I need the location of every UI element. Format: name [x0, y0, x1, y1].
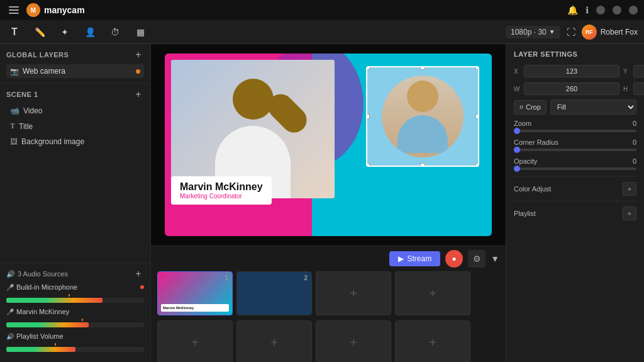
handle-right-middle[interactable] [475, 114, 479, 119]
handle-top-right[interactable] [475, 66, 479, 70]
scene-header: Scene 1 + [6, 89, 144, 100]
scenes-grid-row1: Marvin McKinney 1 2 + + [151, 271, 506, 320]
info-icon[interactable]: ℹ [586, 5, 589, 15]
resolution-button[interactable]: 1080p · 30 ▼ [506, 26, 560, 38]
audio-sources-section: 🔊 3 Audio Sources + 🎤 Build-in Microphon… [0, 263, 150, 362]
menu-icon[interactable] [6, 4, 21, 16]
sec-person-head [407, 81, 438, 112]
avatar-tool-button[interactable]: 👤 [82, 24, 98, 40]
scene-thumb-add-6[interactable]: + [236, 320, 312, 362]
corner-radius-track[interactable] [514, 149, 636, 151]
microphone-label: Build-in Microphone [16, 283, 138, 291]
mic-icon: 🎤 [6, 284, 14, 291]
scene-thumb-1[interactable]: Marvin McKinney 1 [157, 271, 233, 315]
scene-layer-video[interactable]: 📹 Video [6, 104, 144, 118]
playlist-bar[interactable] [6, 347, 144, 352]
scene-layer-background[interactable]: 🖼 Background image [6, 135, 144, 149]
preview-canvas: Marvin McKinney Marketing Coordinator [151, 44, 506, 246]
scene-thumb-add-5[interactable]: + [157, 320, 233, 362]
fullscreen-button[interactable]: ⛶ [567, 27, 575, 37]
handle-bottom-middle[interactable] [420, 163, 425, 167]
magic-tool-button[interactable]: ✦ [57, 24, 73, 40]
handle-bottom-left[interactable] [366, 163, 370, 167]
x-input[interactable] [524, 65, 619, 77]
scene-thumb-add-4[interactable]: + [395, 271, 470, 315]
video-layer-icon: 📹 [10, 106, 19, 115]
scene-section: Scene 1 + 📹 Video T Title 🖼 Background i… [0, 84, 150, 263]
user-info[interactable]: RF Robert Fox [582, 25, 638, 40]
preview-inner: Marvin McKinney Marketing Coordinator [165, 54, 492, 236]
bell-icon[interactable]: 🔔 [567, 5, 578, 15]
rec-icon: ● [452, 254, 457, 263]
layer-item-webcam[interactable]: 📷 Web camera [6, 64, 144, 78]
w-input[interactable] [524, 82, 619, 95]
toolbar-right: 1080p · 30 ▼ ⛶ RF Robert Fox [506, 25, 638, 40]
sidebar: Global Layers + 📷 Web camera Scene 1 + 📹… [0, 44, 151, 362]
handle-left-middle[interactable] [366, 114, 370, 119]
secondary-video[interactable] [366, 66, 479, 167]
resolution-chevron-icon: ▼ [549, 28, 555, 35]
opacity-label: Opacity [514, 157, 537, 165]
grid-tool-button[interactable]: ▦ [132, 24, 148, 40]
background-layer-icon: 🖼 [10, 137, 18, 146]
user-name: Robert Fox [601, 28, 638, 37]
text-tool-button[interactable]: T [6, 24, 23, 40]
handle-top-left[interactable] [366, 66, 370, 70]
crop-button[interactable]: ⌗ Crop [514, 100, 547, 115]
zoom-thumb[interactable] [514, 128, 520, 134]
opacity-thumb[interactable] [514, 166, 520, 172]
y-coord-group: Y [623, 65, 644, 77]
timer-tool-button[interactable]: ⏱ [107, 24, 123, 40]
settings-button[interactable]: ⚙ [468, 250, 486, 268]
add-global-layer-button[interactable]: + [133, 49, 144, 60]
pen-tool-button[interactable]: ✏️ [31, 24, 48, 40]
opacity-track[interactable] [514, 167, 636, 170]
microphone-bar[interactable] [6, 298, 144, 303]
scene-thumb-add-7[interactable]: + [316, 320, 391, 362]
audio-title: 🔊 3 Audio Sources [6, 270, 68, 278]
layer-settings-title: Layer Settings [514, 50, 636, 58]
marvin-bar[interactable] [6, 322, 144, 327]
playlist-expand-button[interactable]: + [623, 206, 636, 220]
playlist-label: Playlist Volume [16, 332, 144, 340]
scene-thumb-add-3[interactable]: + [316, 271, 391, 315]
record-button[interactable]: ● [445, 250, 463, 268]
zoom-value: 0 [633, 120, 636, 127]
scene-thumb-preview-2 [237, 272, 311, 315]
center-panel: Marvin McKinney Marketing Coordinator [151, 44, 506, 362]
scene-thumb-2[interactable]: 2 [236, 271, 312, 315]
add-scene-8-icon: + [429, 336, 436, 350]
mic-volume-dot [140, 285, 144, 289]
audio-item-playlist: 🔊 Playlist Volume [6, 332, 144, 352]
name-banner: Marvin McKinney Marketing Coordinator [171, 176, 272, 205]
audio-header: 🔊 3 Audio Sources + [6, 268, 144, 280]
opacity-value: 0 [633, 157, 636, 165]
marvin-label: Marvin McKinney [16, 308, 144, 315]
scene-2-number: 2 [304, 274, 308, 281]
y-label: Y [623, 68, 631, 75]
scene-thumb-add-8[interactable]: + [395, 320, 470, 362]
close-button[interactable] [629, 6, 638, 14]
corner-radius-thumb[interactable] [514, 147, 520, 153]
handle-top-middle[interactable] [420, 66, 425, 70]
corner-radius-label-row: Corner Radius 0 [514, 139, 636, 146]
scene-layer-title[interactable]: T Title [6, 119, 144, 133]
stream-controls: ▶ Stream ● ⚙ ▼ [151, 246, 506, 271]
color-adjust-expand-button[interactable]: + [623, 182, 636, 196]
global-layers-section: Global Layers + 📷 Web camera [0, 44, 150, 84]
maximize-button[interactable] [613, 6, 621, 14]
h-coord-group: H [623, 82, 644, 95]
add-audio-source-button[interactable]: + [133, 268, 144, 280]
stream-button[interactable]: ▶ Stream [389, 251, 440, 266]
zoom-track[interactable] [514, 130, 636, 132]
y-input[interactable] [633, 65, 644, 77]
h-input[interactable] [633, 82, 644, 95]
logo-icon: M [26, 3, 40, 17]
fill-select[interactable]: Fill Fit Stretch [550, 99, 636, 115]
minimize-button[interactable] [596, 6, 605, 14]
stream-icon: ▶ [398, 254, 404, 263]
expand-button[interactable]: ▼ [491, 254, 499, 264]
add-scene-layer-button[interactable]: + [133, 89, 144, 100]
add-scene-4-icon: + [429, 286, 436, 301]
playlist-label: Playlist [514, 210, 536, 217]
